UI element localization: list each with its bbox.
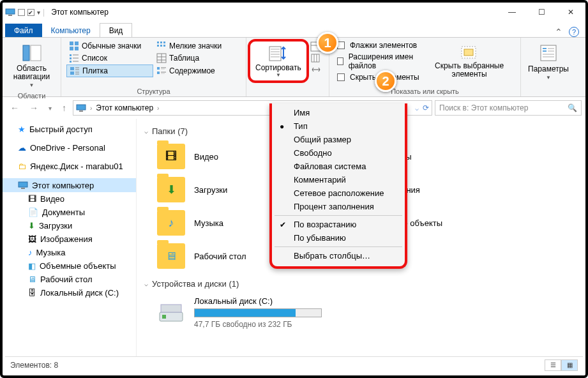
sort-by-name[interactable]: Имя [272,106,405,119]
tab-file[interactable]: Файл [5,24,42,37]
forward-button[interactable]: → [26,102,42,114]
chevron-down-icon: ▼ [29,82,34,88]
layout-table[interactable]: Таблица [154,52,241,64]
svg-rect-36 [269,47,281,61]
drive-local-c[interactable]: Локальный диск (C:) 47,7 ГБ свободно из … [157,292,578,333]
chevron-down-icon: ⌵ [144,128,148,135]
sort-by-free-space[interactable]: Свободно [272,146,405,160]
sidebar-local-disk[interactable]: 🗄Локальный диск (C:) [3,286,136,299]
ribbon-collapse-icon[interactable]: ⌃ [555,27,562,37]
sort-by-filesystem[interactable]: Файловая система [272,160,405,173]
svg-rect-7 [75,47,79,50]
svg-rect-0 [6,9,15,14]
sort-by-network-location[interactable]: Сетевое расположение [272,186,405,200]
help-icon[interactable]: ? [569,27,579,37]
show-item-checkboxes[interactable]: Флажки элементов [335,40,423,50]
close-button[interactable]: ✕ [556,3,585,22]
svg-rect-58 [21,188,25,189]
minimize-button[interactable]: ― [497,3,527,22]
layout-list[interactable]: Список [66,52,153,64]
chevron-down-icon: ▼ [546,75,551,80]
sidebar-onedrive[interactable]: ☁OneDrive - Personal [3,141,136,155]
sort-ascending[interactable]: ✔По возрастанию [272,218,405,231]
sidebar-3d-objects[interactable]: ◧Объемные объекты [3,259,136,273]
drive-name: Локальный диск (C:) [194,296,322,306]
svg-rect-11 [157,45,159,47]
sidebar-yandex-disk[interactable]: 🗀Яндекс.Диск - marabu01 [3,160,136,173]
status-bar: Элементов: 8 ☰ ▦ [5,356,583,373]
svg-rect-3 [31,45,41,61]
svg-rect-9 [160,42,162,43]
navigation-pane-button[interactable]: Область навигации ▼ [8,40,56,91]
nav-pane: ★Быстрый доступ ☁OneDrive - Personal 🗀Ян… [3,119,137,359]
layout-small-icons[interactable]: Мелкие значки [154,40,241,52]
svg-rect-48 [541,45,556,61]
picture-icon: 🖼 [28,234,36,244]
sidebar-music[interactable]: ♪Музыка [3,246,136,259]
size-all-columns-icon[interactable] [310,64,320,75]
qat-checkbox-2[interactable] [27,9,34,16]
drive-icon: 🗄 [28,288,36,298]
sidebar-videos[interactable]: 🎞Видео [3,192,136,206]
cube-icon: ◧ [28,261,36,271]
check-icon: ✔ [280,220,286,229]
recent-locations-icon[interactable]: ▾ [45,103,56,113]
sidebar-quick-access[interactable]: ★Быстрый доступ [3,123,136,136]
svg-rect-10 [163,42,165,43]
refresh-icon[interactable]: ⟳ [423,103,429,112]
svg-rect-16 [70,57,72,59]
maximize-button[interactable]: ☐ [527,3,556,22]
qat-overflow-icon[interactable]: ▾ [37,9,40,16]
breadcrumb-thispc[interactable]: Этот компьютер [96,103,153,112]
download-icon: ⬇ [28,221,35,231]
svg-rect-2 [23,45,29,61]
back-button[interactable]: ← [6,102,23,114]
tab-computer[interactable]: Компьютер [42,24,100,37]
add-columns-icon[interactable] [310,53,320,63]
options-button[interactable]: Параметры ▼ [526,40,571,83]
sort-button[interactable]: Сортировать ▼ [252,43,305,79]
sidebar-documents[interactable]: 📄Документы [3,206,136,219]
up-button[interactable]: ↑ [58,102,70,114]
sort-by-comment[interactable]: Комментарий [272,173,405,186]
folder-videos[interactable]: 🎞Видео [157,140,285,173]
folder-downloads[interactable]: ⬇Загрузки [157,173,285,206]
layout-normal-icons[interactable]: Обычные значки [66,40,153,52]
sort-by-total-size[interactable]: Общий размер [272,133,405,146]
folder-icon: 🗀 [18,162,26,171]
sort-by-type[interactable]: ●Тип [272,119,405,133]
callout-badge-2: 2 [375,70,396,92]
drive-usage-bar [194,308,322,317]
tab-view[interactable]: Вид [100,23,133,37]
layout-group-label: Структура [66,86,241,95]
layout-tile[interactable]: Плитка [66,64,153,77]
sidebar-downloads[interactable]: ⬇Загрузки [3,219,136,232]
svg-rect-55 [77,105,86,110]
sort-by-percent-full[interactable]: Процент заполнения [272,200,405,213]
svg-rect-43 [312,54,319,62]
sort-descending[interactable]: По убыванию [272,231,405,245]
drive-free-space: 47,7 ГБ свободно из 232 ГБ [194,320,322,329]
breadcrumb-sep-icon[interactable]: › [157,105,159,112]
sidebar-this-pc[interactable]: Этот компьютер [3,178,136,192]
details-view-toggle[interactable]: ☰ [545,359,561,371]
section-devices-header[interactable]: ⌵Устройства и диски (1) [144,279,578,289]
address-dropdown-icon[interactable]: ⌵ [415,105,419,112]
qat-checkbox-1[interactable] [18,9,25,16]
hide-selected-button[interactable]: Скрыть выбранные элементы [423,40,515,82]
folder-music[interactable]: ♪Музыка [157,206,285,239]
bullet-icon: ● [280,122,284,131]
window-title: Этот компьютер [51,8,109,17]
choose-columns[interactable]: Выбрать столбцы… [272,249,405,262]
ribbon-tabs: Файл Компьютер Вид ⌃ ? [3,22,585,37]
breadcrumb-sep-icon[interactable]: › [90,105,92,112]
layout-content[interactable]: Содержимое [154,64,241,77]
search-box[interactable]: Поиск в: Этот компьютер 🔍 [435,100,582,116]
sidebar-pictures[interactable]: 🖼Изображения [3,232,136,246]
monitor-icon [76,103,86,113]
sidebar-desktop[interactable]: 🖥Рабочий стол [3,273,136,286]
large-icons-view-toggle[interactable]: ▦ [561,359,578,371]
show-file-extensions[interactable]: Расширения имен файлов [335,52,423,71]
search-icon: 🔍 [568,103,577,112]
search-placeholder: Поиск в: Этот компьютер [439,103,528,112]
